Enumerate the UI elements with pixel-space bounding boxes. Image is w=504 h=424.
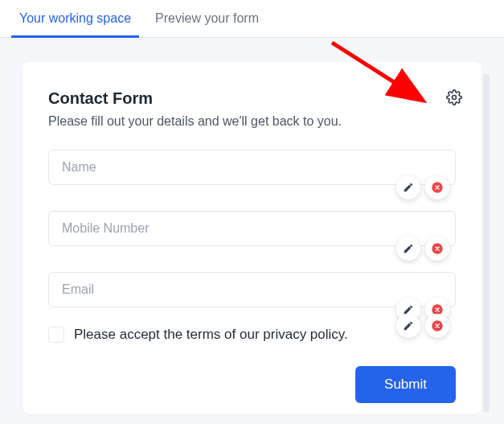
field-checkbox: Please accept the terms of our privacy p…: [48, 327, 456, 343]
pencil-icon: [403, 243, 414, 254]
form-card: Contact Form Please fill out your detail…: [23, 62, 481, 414]
privacy-label: Please accept the terms of our privacy p…: [74, 327, 348, 343]
tabs-bar: Your working space Preview your form: [0, 0, 504, 38]
close-circle-icon: [431, 319, 444, 332]
field-actions: [396, 175, 449, 200]
submit-button[interactable]: Submit: [355, 366, 456, 403]
mobile-input[interactable]: [48, 211, 456, 246]
close-circle-icon: [431, 242, 444, 255]
svg-point-0: [453, 96, 457, 100]
form-title: Contact Form: [48, 89, 456, 108]
delete-button[interactable]: [425, 175, 449, 200]
close-circle-icon: [431, 181, 444, 194]
field-actions: [396, 314, 449, 338]
gear-icon[interactable]: [446, 89, 462, 109]
tab-working-space[interactable]: Your working space: [19, 11, 131, 37]
card-shadow: [483, 74, 490, 412]
tab-preview[interactable]: Preview your form: [155, 11, 259, 37]
form-description: Please fill out your details and we'll g…: [48, 114, 456, 129]
edit-button[interactable]: [396, 175, 420, 200]
field-name: [48, 150, 456, 185]
field-actions: [396, 237, 449, 261]
pencil-icon: [403, 320, 414, 331]
pencil-icon: [403, 182, 414, 193]
workspace: Contact Form Please fill out your detail…: [0, 38, 504, 414]
edit-button[interactable]: [396, 314, 420, 338]
field-mobile: [48, 211, 456, 246]
field-email: [48, 272, 456, 307]
delete-button[interactable]: [425, 314, 449, 338]
edit-button[interactable]: [396, 237, 420, 261]
name-input[interactable]: [48, 150, 456, 185]
email-input[interactable]: [48, 272, 456, 307]
privacy-checkbox[interactable]: [48, 327, 64, 343]
delete-button[interactable]: [425, 237, 449, 261]
